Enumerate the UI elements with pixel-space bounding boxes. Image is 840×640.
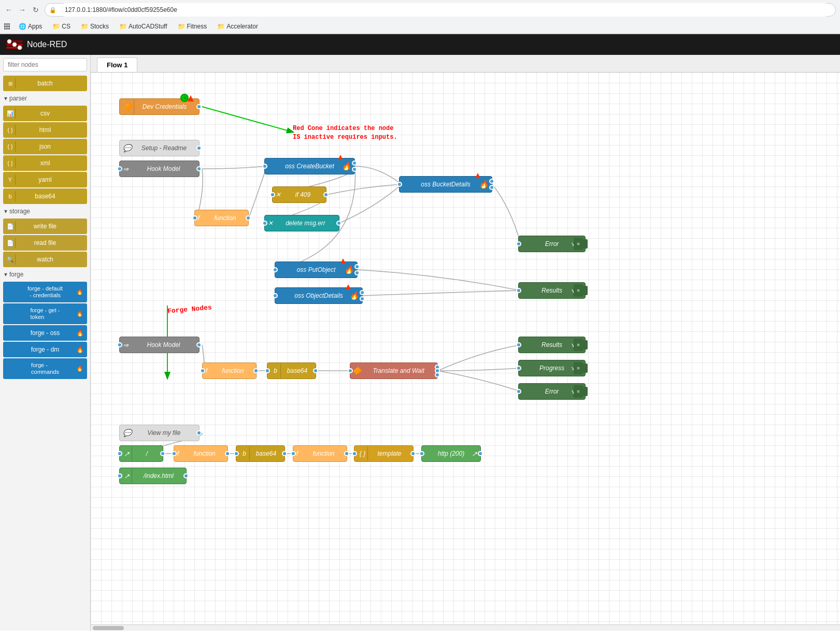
green-circle-dev-cred — [180, 94, 189, 102]
flow-canvas[interactable]: Red Cone indicates the nodeIS inactive r… — [91, 72, 840, 624]
read-file-icon: 📄 — [5, 238, 16, 248]
error-2-label: Error — [545, 388, 559, 395]
template-label: template — [377, 450, 401, 457]
slash-output-dot — [160, 451, 165, 456]
node-csv[interactable]: 📊 csv — [3, 106, 87, 121]
node-oss-objectdetails[interactable]: oss ObjectDetails 🔥 — [275, 287, 363, 304]
browser-chrome: ← → ↻ 🔒 🌐 Apps 📁 CS 📁 Stocks 📁 AutoCADSt… — [0, 0, 840, 34]
base64-1-output-dot — [313, 368, 318, 373]
oss-create-input-dot — [262, 164, 267, 169]
bookmark-stocks[interactable]: 📁 Stocks — [79, 22, 111, 31]
csv-icon: 📊 — [5, 108, 16, 119]
section-forge[interactable]: ▾ forge — [0, 268, 90, 281]
sidebar: ⊞ batch ▾ parser 📊 csv { } html { } json — [0, 55, 91, 631]
hook-model-1-label: Hook Model — [147, 165, 180, 172]
section-parser[interactable]: ▾ parser — [0, 92, 90, 105]
func-icon-1: f — [198, 214, 200, 222]
node-xml[interactable]: { } xml — [3, 155, 87, 171]
node-base64-1[interactable]: b base64 — [267, 362, 316, 379]
node-forge-default-credentials[interactable]: 🔥 forge - default- credentials — [3, 282, 87, 302]
node-error-1[interactable]: Error ↘ ≡ — [518, 236, 586, 252]
bookmark-apps[interactable]: 🌐 Apps — [17, 22, 44, 31]
h-scroll-thumb[interactable] — [93, 626, 124, 630]
node-hook-model-2[interactable]: ⇒ Hook Model — [119, 337, 200, 353]
node-oss-putobject[interactable]: oss PutObject 🔥 — [275, 261, 358, 278]
template-output-dot — [410, 451, 416, 456]
triangle-oss-put — [340, 258, 346, 264]
progress-handle — [582, 363, 588, 373]
node-read-file[interactable]: 📄 read file — [3, 235, 87, 251]
node-forge-oss[interactable]: 🔥 forge - oss — [3, 325, 87, 341]
filter-input[interactable] — [3, 58, 87, 71]
node-base64-2[interactable]: b base64 — [236, 445, 285, 462]
node-batch[interactable]: ⊞ batch — [3, 76, 87, 91]
node-oss-createbucket[interactable]: oss CreateBucket 🔥 — [264, 158, 355, 174]
delete-msg-input-dot — [262, 221, 267, 226]
node-results-2[interactable]: Results ↘ ≡ — [518, 337, 586, 353]
node-json[interactable]: { } json — [3, 139, 87, 154]
delete-msg-label: delete msg.err — [286, 220, 325, 227]
back-button[interactable]: ← — [4, 5, 13, 14]
oss-put-flame-icon: 🔥 — [344, 265, 354, 274]
forward-button[interactable]: → — [18, 5, 27, 14]
node-template[interactable]: { } template — [354, 445, 414, 462]
node-hook-model-1[interactable]: ⇒ Hook Model — [119, 161, 200, 177]
results-2-label: Results — [542, 341, 562, 348]
horizontal-scrollbar[interactable] — [91, 624, 840, 631]
node-error-2[interactable]: Error ↘ ≡ — [518, 383, 586, 400]
hook-model-1-output-dot — [196, 166, 202, 171]
bookmark-accelerator[interactable]: 📁 Accelerator — [215, 22, 260, 31]
node-yaml[interactable]: Y yaml — [3, 172, 87, 187]
node-forge-commands[interactable]: 🔥 forge -commands — [3, 358, 87, 379]
refresh-button[interactable]: ↻ — [31, 5, 40, 14]
bookmark-fitness[interactable]: 📁 Fitness — [176, 22, 209, 31]
func-icon-2: f — [206, 367, 207, 374]
node-write-file[interactable]: 📄 write file — [3, 219, 87, 234]
triangle-oss-bucket — [475, 173, 480, 178]
node-base64[interactable]: b base64 — [3, 188, 87, 204]
node-function-4[interactable]: f function — [293, 445, 347, 462]
tab-flow1[interactable]: Flow 1 — [97, 57, 137, 72]
node-slash[interactable]: ↗ / — [119, 445, 163, 462]
node-function-2[interactable]: f function — [202, 362, 257, 379]
node-http-200[interactable]: http (200) ↗ — [421, 445, 481, 462]
main-layout: ⊞ batch ▾ parser 📊 csv { } html { } json — [0, 55, 840, 631]
setup-readme-output-dot — [196, 146, 202, 151]
index-html-output-dot — [183, 473, 189, 478]
node-function-1[interactable]: f function — [194, 210, 249, 226]
node-html[interactable]: { } html — [3, 122, 87, 138]
results-1-menu-icon: ≡ — [574, 284, 583, 297]
node-dev-credentials[interactable]: 🔶 Dev Credentials — [119, 98, 200, 115]
node-index-html[interactable]: ↗ /index.html — [119, 468, 187, 484]
node-oss-bucketdetails[interactable]: oss BucketDetails 🔥 — [399, 176, 492, 193]
results-2-input-dot — [516, 342, 521, 347]
node-if409[interactable]: ✕ if 409 — [272, 186, 326, 203]
apps-icon: 🌐 — [19, 23, 26, 30]
function-3-input-dot — [172, 451, 177, 456]
oss-bucket-flame-icon: 🔥 — [479, 180, 489, 189]
apps-grid-icon — [4, 23, 10, 30]
http200-input-dot — [419, 451, 424, 456]
node-forge-get-token[interactable]: 🔥 forge - get -token — [3, 303, 87, 324]
forge-nodes-annotation: Forge Nodes — [167, 303, 212, 315]
http200-label: http (200) — [438, 450, 464, 457]
progress-label: Progress — [539, 365, 564, 372]
section-storage[interactable]: ▾ storage — [0, 205, 90, 217]
node-setup-readme[interactable]: 💬 Setup - Readme — [119, 140, 200, 156]
node-function-3[interactable]: f function — [174, 445, 228, 462]
oss-obj-flame-icon: 🔥 — [349, 291, 359, 300]
node-delete-msg-err[interactable]: ✕ delete msg.err — [264, 215, 339, 231]
node-results-1[interactable]: Results ↘ ≡ — [518, 282, 586, 299]
if409-icon: ✕ — [276, 191, 281, 198]
url-bar[interactable] — [59, 3, 831, 17]
node-view-my-file[interactable]: 💬 View my file — [119, 425, 200, 441]
node-translate-and-wait[interactable]: 🔶 Translate and Wait — [350, 362, 438, 379]
oss-bucket-out1 — [489, 179, 494, 184]
bookmark-cs[interactable]: 📁 CS — [50, 22, 73, 31]
node-watch[interactable]: 🔍 watch — [3, 252, 87, 267]
node-forge-dm[interactable]: 🔥 forge - dm — [3, 342, 87, 357]
node-progress[interactable]: Progress ↘ ≡ — [518, 360, 586, 376]
arrow-right-icon-1: ⇒ — [123, 165, 129, 173]
bookmark-autocad[interactable]: 📁 AutoCADStuff — [117, 22, 169, 31]
slash-label: / — [146, 450, 148, 457]
